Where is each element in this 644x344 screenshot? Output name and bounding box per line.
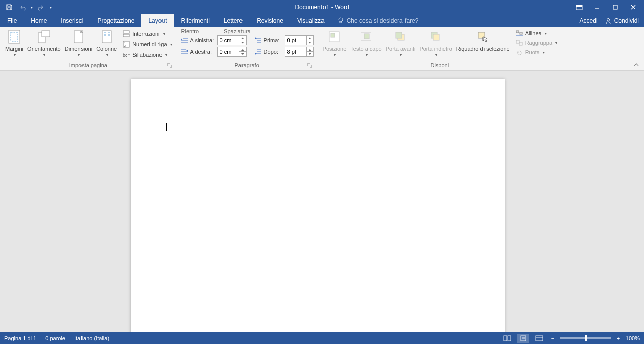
group-arrange: Posizione▾ Testo a capo▾ Porta avanti▾ P… [317,27,562,70]
group-label-paragraph: Paragrafo [180,62,314,69]
spacing-before-icon [254,36,262,44]
rotate-icon [515,49,523,56]
tab-view[interactable]: Visualizza [290,14,332,27]
tell-me-search[interactable]: Che cosa si desidera fare? [332,14,425,27]
breaks-button[interactable]: Interruzioni▾ [121,29,173,38]
tab-references[interactable]: Riferimenti [174,14,216,27]
indent-left-icon [180,36,188,44]
tab-review[interactable]: Revisione [250,14,290,27]
position-icon [326,29,342,45]
svg-rect-48 [520,32,522,34]
close-button[interactable] [625,2,642,13]
qat-customize-dropdown[interactable]: ▼ [48,2,53,13]
send-backward-button: Porta indietro▾ [417,28,454,57]
indent-left-input[interactable]: ▲▼ [217,35,247,45]
svg-rect-43 [396,32,402,38]
columns-button[interactable]: Colonne ▾ [94,28,119,57]
maximize-button[interactable] [607,2,624,13]
tab-insert[interactable]: Inserisci [54,14,90,27]
spacing-header: Spaziatura [224,28,251,34]
spacing-after-input[interactable]: ▲▼ [285,47,314,57]
svg-rect-39 [364,34,369,39]
svg-rect-18 [123,31,129,33]
undo-dropdown[interactable]: ▼ [29,2,34,13]
page-setup-dialog-launcher[interactable] [167,62,173,68]
indent-left-label: A sinistra: [190,37,215,43]
group-icon [515,39,523,46]
svg-rect-3 [613,5,617,9]
ribbon-display-options-button[interactable] [571,2,588,13]
indent-right-input[interactable]: ▲▼ [217,47,247,57]
align-button[interactable]: Allinea▾ [514,29,559,37]
word-count[interactable]: 0 parole [45,335,65,341]
zoom-out-button[interactable]: − [549,335,556,341]
window-controls [571,2,644,13]
spacing-after-icon [254,48,262,56]
indent-right-icon [180,48,188,56]
align-icon [515,30,523,37]
size-button[interactable]: Dimensioni ▾ [63,28,94,57]
wrap-text-icon [358,29,374,45]
document-page[interactable] [131,79,505,332]
group-page-setup: Margini ▾ Orientamento ▾ Dimensioni ▾ Co… [0,27,177,70]
svg-point-4 [339,18,343,22]
svg-text:2: 2 [124,44,126,47]
zoom-in-button[interactable]: + [615,335,622,341]
tab-design[interactable]: Progettazione [90,14,141,27]
tab-layout[interactable]: Layout [141,14,174,27]
svg-rect-50 [516,40,519,43]
size-icon [70,29,87,45]
share-button[interactable]: Condividi [605,17,639,24]
paragraph-dialog-launcher[interactable] [307,62,313,68]
ribbon: Margini ▾ Orientamento ▾ Dimensioni ▾ Co… [0,27,644,71]
svg-rect-57 [536,336,543,341]
svg-rect-1 [576,5,582,7]
svg-rect-45 [433,34,439,40]
line-numbers-button[interactable]: 12 Numeri di riga▾ [121,40,173,49]
print-layout-button[interactable] [517,334,529,343]
redo-button[interactable] [35,2,47,13]
tell-me-placeholder: Che cosa si desidera fare? [347,17,419,24]
columns-icon [99,29,115,45]
group-label-page-setup: Imposta pagina [3,62,174,69]
page-indicator[interactable]: Pagina 1 di 1 [4,335,36,341]
breaks-icon [122,30,130,38]
svg-text:bc: bc [123,53,128,58]
language-indicator[interactable]: Italiano (Italia) [74,335,109,341]
hyphenation-button[interactable]: bc Sillabazione▾ [121,50,173,59]
spacing-before-label: Prima: [264,37,283,43]
text-cursor [166,123,167,131]
minimize-button[interactable] [589,2,606,13]
group-paragraph: Rientro Spaziatura A sinistra: ▲▼ Prima:… [177,27,317,70]
undo-button[interactable] [16,2,28,13]
indent-header: Rientro [181,28,199,34]
tab-file[interactable]: File [0,14,24,27]
tab-home[interactable]: Home [24,14,54,27]
margins-icon [6,29,22,45]
svg-rect-38 [331,33,335,37]
zoom-level[interactable]: 100% [626,335,640,341]
spacing-after-label: Dopo: [264,49,283,55]
svg-rect-52 [504,336,507,341]
read-mode-button[interactable] [501,334,513,343]
sign-in-link[interactable]: Accedi [580,17,598,24]
spacing-before-input[interactable]: ▲▼ [285,35,314,45]
collapse-ribbon-button[interactable] [633,63,640,68]
status-bar: Pagina 1 di 1 0 parole Italiano (Italia)… [0,332,644,344]
person-icon [605,17,612,24]
zoom-slider[interactable] [560,337,611,339]
orientation-button[interactable]: Orientamento ▾ [25,28,63,57]
selection-pane-button[interactable]: Riquadro di selezione [454,28,512,52]
window-title: Documento1 - Word [295,4,349,11]
document-area[interactable] [0,71,644,332]
svg-rect-9 [42,31,50,37]
lightbulb-icon [338,17,344,24]
ribbon-tabs: File Home Inserisci Progettazione Layout… [0,14,644,27]
svg-rect-47 [516,31,519,33]
margins-button[interactable]: Margini ▾ [3,28,25,57]
save-button[interactable] [3,2,15,13]
bring-forward-button: Porta avanti▾ [384,28,418,57]
web-layout-button[interactable] [533,334,545,343]
bring-forward-icon [392,29,409,45]
tab-mailings[interactable]: Lettere [217,14,250,27]
